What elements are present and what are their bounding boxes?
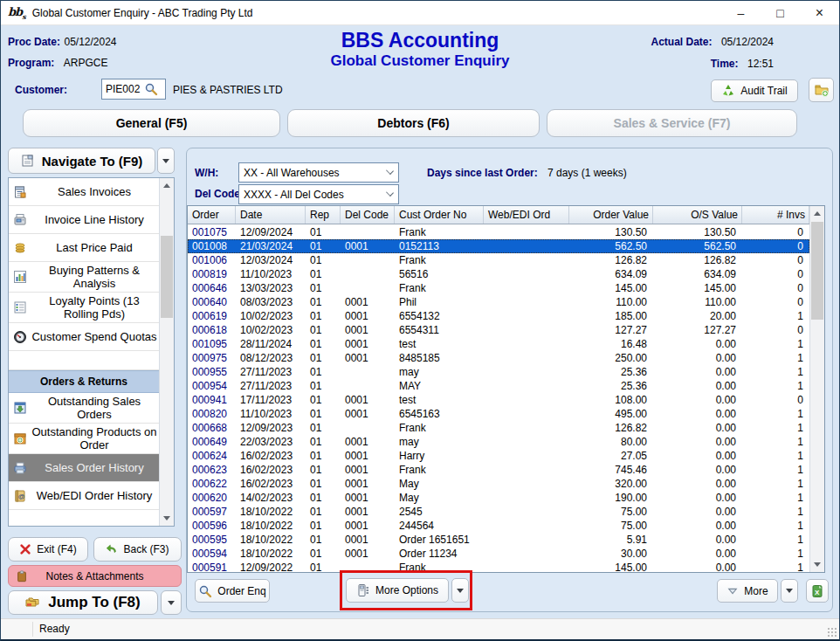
col-header-osvalue[interactable]: O/S Value — [653, 206, 742, 224]
table-row[interactable]: 00059112/09/202201Frank145.000.001 — [188, 561, 809, 572]
table-row[interactable]: 00059618/10/202201000124456475.000.001 — [188, 519, 809, 533]
table-cell: 000819 — [188, 267, 236, 281]
customer-code-field[interactable] — [101, 79, 166, 100]
more-options-button[interactable]: More Options — [346, 578, 449, 603]
table-row[interactable]: 00059418/10/2022010001Order 1123430.000.… — [188, 547, 809, 561]
col-header-delcode[interactable]: Del Code — [341, 206, 395, 224]
table-cell: 000597 — [188, 505, 236, 519]
scroll-up-button[interactable] — [160, 178, 174, 193]
minimize-button[interactable]: – — [721, 1, 761, 25]
scroll-thumb[interactable] — [161, 236, 173, 318]
sidebar-scrollbar[interactable] — [159, 178, 174, 526]
table-cell: 0.00 — [653, 519, 742, 533]
scroll-thumb[interactable] — [811, 222, 823, 320]
sidebar-item-last-price-paid[interactable]: Last Price Paid — [9, 234, 159, 262]
scroll-up-button[interactable] — [810, 206, 824, 221]
table-cell — [484, 351, 569, 365]
table-cell: Frank — [395, 561, 484, 572]
navigate-to-button[interactable]: Navigate To (F9) — [8, 148, 155, 174]
notes-attachments-button[interactable]: Notes & Attachments — [8, 565, 182, 587]
table-row[interactable]: 00095427/11/202301MAY25.360.001 — [188, 379, 809, 393]
close-button[interactable]: × — [800, 1, 839, 25]
table-row[interactable]: 00094117/11/2023010001test108.000.000 — [188, 393, 809, 407]
table-row[interactable]: 00059718/10/2022010001254575.000.001 — [188, 505, 809, 519]
sidebar-item-customer-spend-quotas[interactable]: Customer Spend Quotas — [9, 323, 159, 351]
sidebar-item-sales-order-history[interactable]: Sales Order History — [9, 454, 159, 482]
table-row[interactable]: 00062216/02/2023010001May320.000.001 — [188, 477, 809, 491]
table-row[interactable]: 00061910/02/20230100016554132185.0020.00… — [188, 309, 809, 323]
table-row[interactable]: 00062416/02/2023010001Harry27.050.001 — [188, 449, 809, 463]
table-cell: 01 — [306, 477, 341, 491]
warehouse-select[interactable]: XX - All Warehouses — [238, 162, 399, 183]
customer-search-icon[interactable] — [144, 82, 158, 96]
sidebar-item-invoice-line-history[interactable]: Invoice Line History — [9, 206, 159, 234]
table-row[interactable]: 00059518/10/2022010001Order 16516515.910… — [188, 533, 809, 547]
table-cell: 000596 — [188, 519, 236, 533]
table-row[interactable]: 00100612/03/202401Frank126.82126.820 — [188, 253, 809, 267]
table-cell: 000668 — [188, 421, 236, 435]
sidebar-item-buying-patterns-analysis[interactable]: Buying Patterns & Analysis — [9, 262, 159, 293]
sidebar-item-sales-invoices[interactable]: Sales Invoices — [9, 178, 159, 206]
table-scrollbar[interactable] — [809, 206, 824, 572]
exit-button[interactable]: Exit (F4) — [8, 537, 88, 562]
table-cell: 130.50 — [653, 225, 742, 239]
table-cell: 25.36 — [569, 365, 653, 379]
sidebar-item-label: Sales Invoices — [31, 185, 157, 198]
resize-grip[interactable] — [827, 627, 837, 638]
export-excel-button[interactable]: X — [806, 579, 829, 603]
table-row[interactable]: 00061810/02/20230100016554311127.27127.2… — [188, 323, 809, 337]
table-row[interactable]: 00095527/11/202301may25.360.001 — [188, 365, 809, 379]
table-cell: 127.27 — [653, 323, 742, 337]
table-cell — [484, 519, 569, 533]
table-row[interactable]: 00064008/03/2023010001Phil110.00110.000 — [188, 295, 809, 309]
col-header-webedi[interactable]: Web/EDI Ord — [484, 206, 569, 224]
maximize-button[interactable]: □ — [761, 1, 800, 25]
table-cell: 108.00 — [569, 393, 653, 407]
table-row[interactable]: 00062014/02/2023010001May190.000.001 — [188, 491, 809, 505]
back-button[interactable]: Back (F3) — [93, 537, 182, 562]
table-row[interactable]: 00109528/11/2024010001test16.480.001 — [188, 337, 809, 351]
table-cell: 01 — [306, 253, 341, 267]
col-header-rep[interactable]: Rep — [306, 206, 341, 224]
table-row[interactable]: 00064613/03/202301Frank145.00145.000 — [188, 281, 809, 295]
scroll-down-button[interactable] — [160, 511, 174, 526]
order-enq-button[interactable]: Order Enq — [195, 579, 270, 603]
table-cell: 110.00 — [653, 295, 742, 309]
sidebar-item-outstanding-sales-orders[interactable]: Outstanding Sales Orders — [9, 393, 159, 424]
tab-general[interactable]: General (F5) — [23, 109, 280, 137]
sidebar-item-web-edi-order-history[interactable]: @Web/EDI Order History — [9, 482, 159, 510]
table-row[interactable]: 00081911/10/20230156516634.09634.090 — [188, 267, 809, 281]
audit-trail-button[interactable]: Audit Trail — [711, 79, 798, 102]
table-row[interactable]: 00066812/09/202301Frank126.820.001 — [188, 421, 809, 435]
delcode-select[interactable]: XXXX - All Del Codes — [238, 184, 399, 204]
col-header-order[interactable]: Order — [188, 206, 236, 224]
sidebar-item-loyalty-points-13-rolling-pds[interactable]: Loyalty Points (13 Rolling Pds) — [9, 293, 159, 323]
jump-to-dropdown-button[interactable] — [161, 590, 182, 615]
table-cell: 21/03/2024 — [236, 239, 306, 253]
table-cell: 1 — [742, 547, 809, 561]
more-dropdown-button[interactable] — [781, 579, 798, 603]
col-header-ordervalue[interactable]: Order Value — [569, 206, 653, 224]
more-button[interactable]: More — [717, 579, 778, 603]
table-cell: 2545 — [395, 505, 484, 519]
table-row[interactable]: 00107512/09/202401Frank130.50130.500 — [188, 225, 809, 239]
navigate-to-dropdown-button[interactable] — [157, 148, 175, 174]
table-row[interactable]: 00097508/12/20230100018485185250.000.001 — [188, 351, 809, 365]
col-header-invs[interactable]: # Invs — [742, 206, 809, 224]
table-row[interactable]: 00082011/10/20230100016545163495.000.001 — [188, 407, 809, 421]
new-folder-button[interactable] — [809, 78, 834, 102]
table-cell: 01 — [306, 281, 341, 295]
tab-debtors[interactable]: Debtors (F6) — [287, 109, 540, 137]
table-cell: 12/09/2023 — [236, 421, 306, 435]
more-options-dropdown-button[interactable] — [451, 578, 469, 603]
sidebar-item-outstanding-products-on-order[interactable]: Outstanding Products on Order — [9, 424, 159, 454]
spend-quotas-icon — [13, 330, 27, 344]
jump-to-button[interactable]: Jump To (F8) — [8, 590, 158, 615]
col-header-date[interactable]: Date — [236, 206, 306, 224]
scroll-down-button[interactable] — [810, 557, 824, 572]
table-row[interactable]: 00062316/02/2023010001Frank745.460.001 — [188, 463, 809, 477]
table-row[interactable]: 00100821/03/20240100010152113562.50562.5… — [188, 239, 809, 253]
table-row[interactable]: 00064922/03/2023010001may80.000.001 — [188, 435, 809, 449]
customer-code-input[interactable] — [102, 83, 142, 95]
col-header-custorder[interactable]: Cust Order No — [395, 206, 484, 224]
